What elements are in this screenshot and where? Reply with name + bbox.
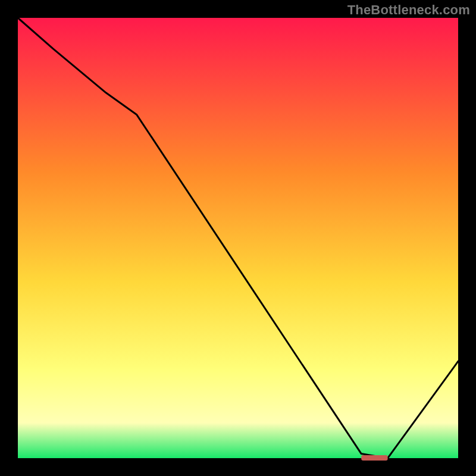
watermark-text: TheBottleneck.com [347, 2, 470, 18]
optimal-range-marker [361, 455, 387, 461]
chart-svg [0, 0, 476, 476]
chart-container: TheBottleneck.com [0, 0, 476, 476]
plot-background [18, 18, 458, 458]
